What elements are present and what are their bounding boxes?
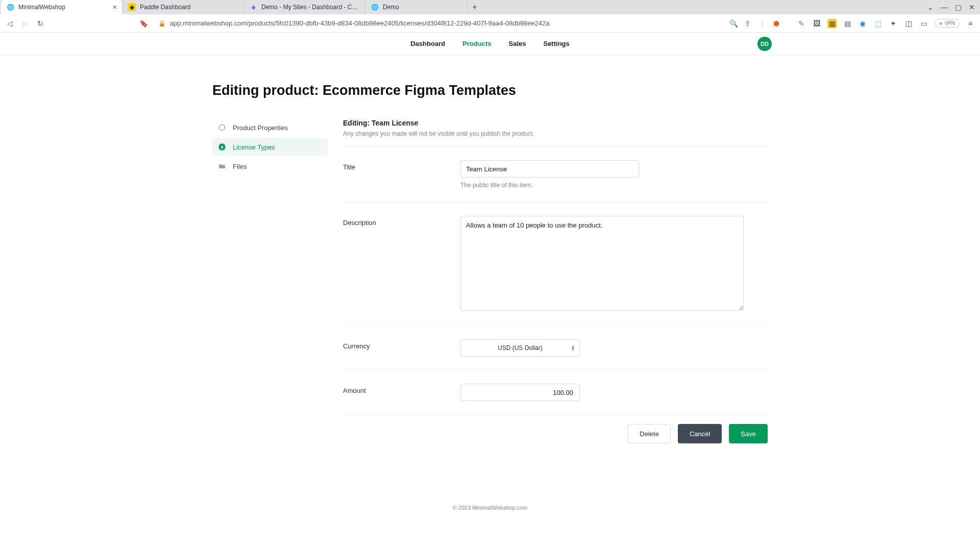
globe-icon: 🌐 [371, 3, 379, 11]
paddle-icon: ◆ [128, 3, 136, 11]
browser-tab[interactable]: 🌐 MinimalWebshop × [1, 0, 122, 14]
field-label: Title [343, 160, 460, 171]
close-icon[interactable]: × [113, 4, 117, 11]
maximize-icon[interactable]: ▢ [955, 3, 962, 11]
url-display[interactable]: 🔒 app.minimalwebshop.com/products/5fc013… [158, 19, 550, 27]
ext-icon[interactable]: ◉ [858, 19, 867, 28]
shield-icon[interactable]: ⬢ [772, 19, 780, 28]
sidebar-item-license-types[interactable]: $ License Types [212, 138, 328, 156]
lock-icon: 🔒 [158, 20, 166, 27]
nav-sales[interactable]: Sales [508, 40, 526, 47]
amount-input[interactable] [460, 384, 580, 401]
sidebar-item-label: License Types [233, 143, 275, 151]
share-icon[interactable]: ⇪ [744, 19, 752, 28]
carrd-icon: ◈ [249, 3, 257, 11]
select-chevron-icon: ▴▾ [572, 345, 574, 351]
field-currency: Currency USD (US Dollar) ▴▾ [343, 335, 768, 361]
sidebar-item-files[interactable]: Files [212, 158, 328, 175]
footer: © 2023 MinimalWebshop.com [212, 505, 768, 511]
title-input[interactable] [460, 160, 639, 178]
sidebar-item-label: Product Properties [233, 124, 288, 132]
extensions-icon[interactable]: ✦ [889, 19, 898, 28]
app-navbar: Dashboard Products Sales Settings DD [0, 33, 980, 55]
nav-settings[interactable]: Settings [543, 40, 569, 47]
field-amount: Amount [343, 380, 768, 405]
description-textarea[interactable] [460, 216, 744, 311]
sidepanel-icon[interactable]: ◫ [904, 19, 913, 28]
cancel-button[interactable]: Cancel [678, 424, 722, 443]
reload-button[interactable]: ↻ [36, 19, 45, 28]
browser-tab[interactable]: 🌐 Demo [365, 0, 468, 14]
chevron-down-icon[interactable]: ⌄ [927, 3, 934, 11]
globe-icon: 🌐 [6, 3, 14, 11]
sidebar: Product Properties $ License Types Files [212, 119, 328, 443]
dollar-icon: $ [217, 142, 227, 152]
field-label: Description [343, 216, 460, 227]
back-button[interactable]: ◁ [5, 19, 14, 28]
browser-tabbar: 🌐 MinimalWebshop × ◆ Paddle Dashboard ◈ … [0, 0, 980, 14]
tab-label: Demo - My Sites - Dashboard - Carrd [261, 4, 360, 11]
nav-products[interactable]: Products [462, 40, 491, 47]
save-button[interactable]: Save [729, 424, 768, 443]
field-title: Title The public title of this item. [343, 156, 768, 193]
svg-text:$: $ [221, 145, 224, 149]
divider [343, 202, 768, 203]
page-title: Editing product: Ecommerce Figma Templat… [212, 83, 768, 98]
sidebar-item-product-properties[interactable]: Product Properties [212, 119, 328, 136]
browser-tab[interactable]: ◈ Demo - My Sites - Dashboard - Carrd [244, 0, 365, 14]
ext-icon[interactable]: ⬚ [873, 19, 883, 28]
url-text: app.minimalwebshop.com/products/5fc01390… [170, 19, 550, 27]
forward-button: ▷ [20, 19, 30, 28]
field-description: Description [343, 212, 768, 316]
cube-icon [217, 123, 227, 132]
new-tab-button[interactable]: + [468, 3, 482, 12]
delete-button[interactable]: Delete [628, 424, 671, 443]
vpn-dot-icon [939, 22, 942, 25]
nav-dashboard[interactable]: Dashboard [410, 40, 445, 47]
ext-icon[interactable]: ▦ [827, 19, 837, 28]
tab-label: MinimalWebshop [18, 4, 109, 11]
search-icon[interactable]: 🔍 [729, 19, 738, 28]
folder-icon [217, 162, 227, 171]
divider [343, 325, 768, 326]
browser-addressbar: ◁ ▷ ↻ 🔖 🔒 app.minimalwebshop.com/product… [0, 14, 980, 33]
ext-icon[interactable]: ▤ [843, 19, 852, 28]
browser-tab[interactable]: ◆ Paddle Dashboard [122, 0, 244, 14]
bookmark-icon[interactable]: 🔖 [139, 19, 148, 28]
ext-icon[interactable]: ✎ [797, 19, 806, 28]
field-hint: The public title of this item. [460, 182, 768, 189]
section-title: Editing: Team License [343, 119, 768, 127]
field-label: Currency [343, 339, 460, 350]
tab-label: Paddle Dashboard [140, 4, 238, 11]
section-subtitle: Any changes you made will not be visible… [343, 130, 768, 137]
currency-select[interactable]: USD (US Dollar) ▴▾ [460, 339, 580, 357]
vpn-badge[interactable]: VPN [935, 19, 960, 28]
wallet-icon[interactable]: ▭ [919, 19, 928, 28]
currency-value: USD (US Dollar) [498, 344, 543, 352]
minimize-icon[interactable]: — [941, 3, 948, 11]
field-label: Amount [343, 384, 460, 394]
divider [343, 146, 768, 147]
menu-icon[interactable]: ≡ [966, 19, 975, 28]
tab-label: Demo [383, 4, 462, 11]
sidebar-item-label: Files [233, 163, 247, 170]
form-actions: Delete Cancel Save [343, 424, 768, 443]
window-close-icon[interactable]: ✕ [969, 3, 975, 11]
avatar[interactable]: DD [757, 37, 772, 51]
ext-icon[interactable]: 🖼 [812, 19, 821, 28]
divider [343, 414, 768, 415]
divider [343, 370, 768, 370]
